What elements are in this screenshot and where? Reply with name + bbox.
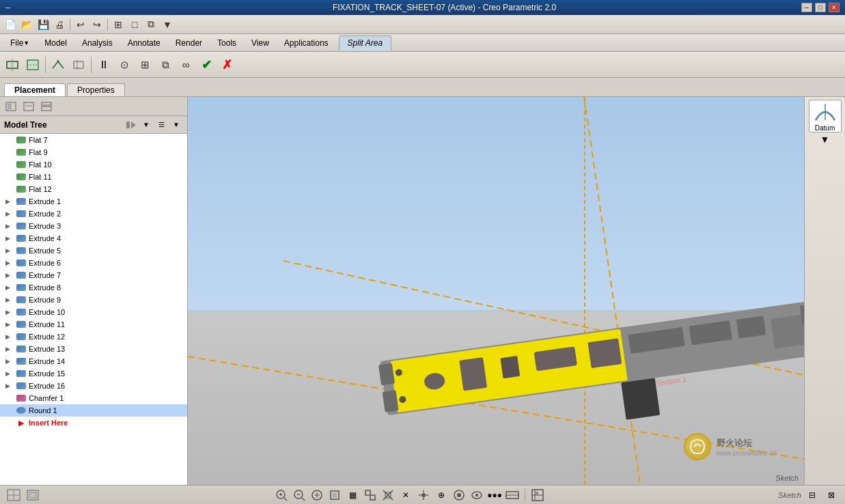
view-btn-10[interactable]: ⊕	[433, 488, 449, 503]
tree-icon-flat	[16, 160, 27, 169]
tab-split-area[interactable]: Split Area	[339, 36, 392, 51]
confirm-button[interactable]: ✔	[197, 55, 216, 74]
tree-item-4[interactable]: Flat 12	[0, 183, 187, 195]
view-button[interactable]: ⊞	[111, 17, 126, 32]
tab-placement[interactable]: Placement	[4, 83, 66, 96]
minimize-button[interactable]: ─	[801, 3, 812, 12]
tree-item-16[interactable]: ▶Extrude 12	[0, 331, 187, 343]
view-btn-15[interactable]	[529, 488, 546, 503]
display-button[interactable]: □	[127, 17, 142, 32]
model-tree-header: Model Tree ▼ ☰ ▼	[0, 116, 187, 134]
view-btn-13[interactable]: ●●●	[486, 488, 503, 503]
tree-item-6[interactable]: ▶Extrude 2	[0, 208, 187, 220]
view-btn-9[interactable]	[415, 488, 432, 503]
tree-label-2: Flat 10	[29, 160, 52, 169]
view-btn-11[interactable]	[451, 488, 467, 503]
tree-label-19: Extrude 15	[29, 369, 65, 378]
tree-item-2[interactable]: Flat 10	[0, 158, 187, 171]
tree-item-1[interactable]: Flat 9	[0, 146, 187, 158]
watermark: 野火论坛 www.proewildfire.cn	[684, 433, 777, 460]
datum-arrow[interactable]: ▼	[820, 134, 830, 145]
status-right: Sketch ⊟ ⊠	[778, 488, 840, 503]
print-button[interactable]: 🖨	[52, 17, 67, 32]
tree-filter-button[interactable]: ▼	[139, 119, 153, 131]
window-controls[interactable]: ─ □ ✕	[801, 3, 840, 12]
sketch-icon-1[interactable]	[3, 55, 22, 74]
view-btn-8[interactable]: ✕	[398, 488, 414, 503]
svg-rect-12	[42, 107, 51, 111]
tree-item-9[interactable]: ▶Extrude 5	[0, 244, 187, 257]
window-button[interactable]: ⧉	[143, 17, 158, 32]
lp-btn-3[interactable]	[38, 99, 55, 114]
sketch-icon-2[interactable]	[23, 55, 42, 74]
dropdown-button[interactable]: ▼	[160, 17, 175, 32]
sketch-icon-3[interactable]	[49, 55, 68, 74]
new-button[interactable]: 📄	[3, 17, 18, 32]
tree-menu-button[interactable]: ☰	[154, 119, 168, 131]
menu-model[interactable]: Model	[37, 36, 74, 51]
sketch-icon-4[interactable]	[69, 55, 88, 74]
cancel-button[interactable]: ✗	[217, 55, 236, 74]
tree-item-3[interactable]: Flat 11	[0, 171, 187, 183]
status-btn-1[interactable]	[5, 488, 22, 503]
viewport[interactable]: Section 1 野火论坛 www.proewildfire.cn Sketc…	[188, 97, 804, 485]
save-button[interactable]: 💾	[36, 17, 51, 32]
menu-analysis[interactable]: Analysis	[74, 36, 120, 51]
tree-item-22[interactable]: Round 1	[0, 404, 187, 417]
tree-item-0[interactable]: Flat 7	[0, 134, 187, 146]
tree-label-1: Flat 9	[29, 148, 48, 156]
menu-render[interactable]: Render	[168, 36, 210, 51]
infinity-button[interactable]: ∞	[176, 55, 195, 74]
menu-tools[interactable]: Tools	[210, 36, 244, 51]
view-btn-7[interactable]	[380, 488, 396, 503]
redo-button[interactable]: ↪	[89, 17, 105, 32]
status-right-btn-1[interactable]: ⊟	[804, 488, 820, 503]
tree-icon-extrude	[16, 344, 27, 354]
view-btn-5[interactable]: ▦	[344, 488, 361, 503]
undo-button[interactable]: ↩	[73, 17, 88, 32]
menu-annotate[interactable]: Annotate	[120, 36, 168, 51]
tree-collapse-button[interactable]: ▼	[169, 119, 183, 131]
tab-properties[interactable]: Properties	[67, 83, 125, 96]
menu-applications[interactable]: Applications	[277, 36, 336, 51]
tree-item-12[interactable]: ▶Extrude 8	[0, 281, 187, 294]
maximize-button[interactable]: □	[815, 3, 826, 12]
zoom-out-button[interactable]	[291, 488, 307, 503]
tree-item-15[interactable]: ▶Extrude 11	[0, 318, 187, 331]
datum-icon[interactable]: Datum	[809, 100, 842, 132]
tree-item-23[interactable]: ▶Insert Here	[0, 417, 187, 429]
view-btn-14[interactable]	[504, 488, 521, 503]
tree-item-18[interactable]: ▶Extrude 14	[0, 355, 187, 367]
status-left	[5, 488, 41, 503]
tree-item-11[interactable]: ▶Extrude 7	[0, 269, 187, 281]
view-btn-12[interactable]	[469, 488, 485, 503]
menu-file[interactable]: File ▼	[3, 36, 37, 51]
display-mode-button[interactable]	[327, 488, 343, 503]
status-btn-2[interactable]	[25, 488, 41, 503]
status-separator	[525, 488, 525, 502]
status-right-btn-2[interactable]: ⊠	[823, 488, 840, 503]
tree-item-13[interactable]: ▶Extrude 9	[0, 294, 187, 306]
tree-settings-button[interactable]	[124, 119, 138, 131]
zoom-fit-button[interactable]	[309, 488, 325, 503]
lp-btn-1[interactable]	[3, 99, 19, 114]
tree-item-19[interactable]: ▶Extrude 15	[0, 367, 187, 380]
section-button[interactable]: ⧉	[156, 55, 175, 74]
zoom-in-button[interactable]	[273, 488, 290, 503]
tree-item-7[interactable]: ▶Extrude 3	[0, 220, 187, 232]
view-btn-6[interactable]	[362, 488, 378, 503]
tree-item-8[interactable]: ▶Extrude 4	[0, 232, 187, 244]
pause-button[interactable]: ⏸	[94, 55, 113, 74]
tree-item-21[interactable]: Chamfer 1	[0, 392, 187, 404]
tree-item-20[interactable]: ▶Extrude 16	[0, 380, 187, 392]
tree-item-17[interactable]: ▶Extrude 13	[0, 343, 187, 355]
open-button[interactable]: 📂	[19, 17, 34, 32]
close-button[interactable]: ✕	[829, 3, 840, 12]
tree-item-5[interactable]: ▶Extrude 1	[0, 195, 187, 208]
tree-item-14[interactable]: ▶Extrude 10	[0, 306, 187, 318]
menu-view[interactable]: View	[244, 36, 277, 51]
circle-button[interactable]: ⊙	[115, 55, 134, 74]
grid-button[interactable]: ⊞	[135, 55, 154, 74]
lp-btn-2[interactable]	[20, 99, 37, 114]
tree-item-10[interactable]: ▶Extrude 6	[0, 257, 187, 269]
